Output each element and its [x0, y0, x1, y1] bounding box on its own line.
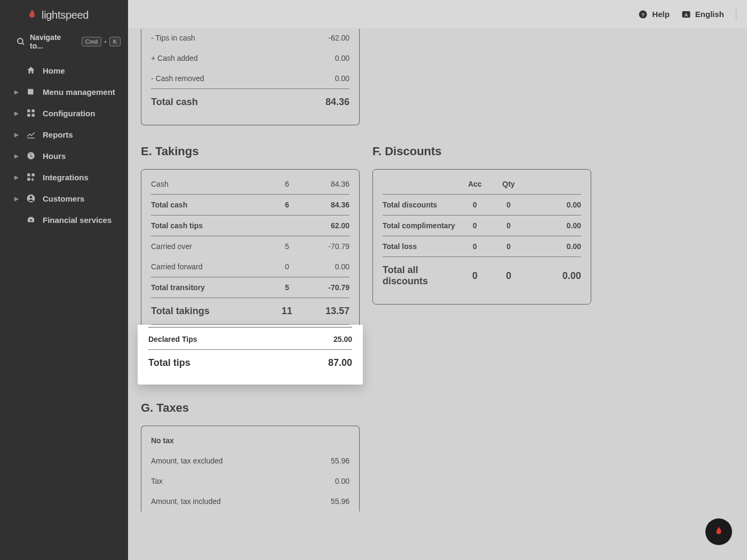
row-label: Total discounts: [383, 195, 458, 215]
sidebar-item-reports[interactable]: ▶ Reports: [0, 124, 128, 145]
row-qty: 6: [275, 174, 298, 195]
row-label: Total cash tips: [151, 215, 275, 236]
help-link[interactable]: ? Help: [638, 10, 670, 19]
row-label: Tax: [151, 471, 308, 491]
language-selector[interactable]: A English: [681, 10, 724, 19]
sidebar-item-configuration[interactable]: ▶ Configuration: [0, 102, 128, 124]
svg-text:A: A: [685, 12, 688, 17]
row-qty: 0: [492, 215, 526, 236]
row-acc: 0: [458, 257, 491, 295]
row-label: Total loss: [383, 236, 458, 257]
cash-card: - Tips in cash -62.00 + Cash added 0.00 …: [141, 29, 360, 125]
table-row: Carried forward 0 0.00: [151, 257, 349, 277]
table-row: No tax: [151, 430, 349, 451]
row-qty: 5: [275, 277, 298, 298]
sidebar: lightspeed Navigate to... Cmd + K ▶ Home…: [0, 0, 128, 560]
reports-icon: [26, 129, 36, 140]
sidebar-item-integrations[interactable]: ▶ Integrations: [0, 166, 128, 188]
integrations-icon: [26, 172, 36, 182]
row-label: Cash: [151, 174, 275, 195]
user-icon: [26, 193, 36, 204]
table-row-total: Total tips 87.00: [148, 349, 352, 376]
svg-rect-10: [27, 178, 30, 181]
row-acc: 0: [458, 215, 491, 236]
flame-icon: [26, 9, 38, 21]
svg-rect-4: [27, 114, 30, 117]
svg-point-12: [30, 196, 33, 198]
table-row: Tax 0.00: [151, 471, 349, 491]
row-label: Total cash: [151, 195, 275, 215]
support-fab[interactable]: [705, 518, 732, 545]
home-icon: [26, 65, 36, 76]
row-label: Carried over: [151, 236, 275, 257]
row-qty: 0: [275, 257, 298, 277]
sidebar-item-menu-management[interactable]: ▶ Menu management: [0, 81, 128, 102]
main: ? Help A English - Tips in cash -62.00: [128, 0, 747, 560]
svg-rect-3: [32, 109, 35, 112]
row-label: Declared Tips: [148, 327, 285, 349]
row-label: Carried forward: [151, 257, 275, 277]
navigate-label: Navigate to...: [30, 33, 76, 50]
table-row: Total complimentary 0 0 0.00: [383, 215, 581, 236]
sidebar-item-label: Customers: [43, 194, 84, 203]
taxes-card: No tax Amount, tax excluded 55.96 Tax 0.…: [141, 426, 360, 511]
row-value: 0.00: [526, 257, 581, 295]
table-row: Amount, tax excluded 55.96: [151, 451, 349, 471]
row-value: 62.00: [298, 215, 349, 236]
table-row: Total loss 0 0 0.00: [383, 236, 581, 257]
sidebar-item-financial-services[interactable]: ▶ Financial services: [0, 209, 128, 230]
kbd-cmd: Cmd: [82, 37, 101, 46]
svg-rect-14: [29, 217, 33, 218]
chevron-right-icon: ▶: [14, 153, 19, 159]
row-qty: 0: [492, 257, 526, 295]
table-header: Acc Qty: [383, 174, 581, 195]
row-label: Total tips: [148, 349, 285, 376]
row-qty: 11: [275, 298, 298, 325]
section-f-title: F. Discounts: [372, 145, 591, 158]
sidebar-item-label: Financial services: [43, 215, 112, 225]
chevron-right-icon: ▶: [14, 174, 19, 180]
navigate-trigger[interactable]: Navigate to... Cmd + K: [0, 28, 128, 58]
row-value: 84.36: [298, 174, 349, 195]
row-value: -70.79: [298, 236, 349, 257]
grid-icon: [26, 108, 36, 118]
table-row: Total cash 6 84.36: [151, 195, 349, 215]
row-value: 0.00: [526, 236, 581, 257]
sidebar-item-home[interactable]: ▶ Home: [0, 60, 128, 81]
row-label: Total transitory: [151, 277, 275, 298]
row-value: 0.00: [288, 48, 349, 68]
table-row: Cash 6 84.36: [151, 174, 349, 195]
svg-point-0: [18, 38, 23, 44]
sidebar-item-label: Configuration: [43, 109, 95, 118]
col-qty-header: Qty: [492, 174, 526, 195]
menu-icon: [26, 86, 36, 97]
sidebar-item-customers[interactable]: ▶ Customers: [0, 188, 128, 209]
row-value: 55.96: [308, 491, 349, 511]
sidebar-item-label: Home: [43, 66, 65, 75]
kbd-k: K: [109, 37, 121, 46]
table-row: Total transitory 5 -70.79: [151, 277, 349, 298]
bank-icon: [26, 214, 36, 225]
svg-text:?: ?: [641, 11, 645, 17]
svg-point-15: [30, 219, 32, 221]
chevron-right-icon: ▶: [14, 196, 19, 202]
topbar-divider: [736, 9, 736, 20]
tips-highlight-card: Declared Tips 25.00 Total tips 87.00: [138, 325, 363, 385]
row-value: -62.00: [288, 29, 349, 48]
row-value: 0.00: [288, 68, 349, 89]
row-qty: [275, 215, 298, 236]
brand-logo[interactable]: lightspeed: [0, 4, 128, 28]
table-row: Carried over 5 -70.79: [151, 236, 349, 257]
sidebar-item-label: Integrations: [43, 173, 89, 182]
row-acc: 0: [458, 236, 491, 257]
table-row-total: Total all discounts 0 0 0.00: [383, 257, 581, 295]
sidebar-item-hours[interactable]: ▶ Hours: [0, 145, 128, 166]
row-value: 0.00: [308, 471, 349, 491]
row-value: 0.00: [298, 257, 349, 277]
row-value: 55.96: [308, 451, 349, 471]
topbar: ? Help A English: [128, 0, 747, 29]
svg-rect-9: [32, 173, 35, 176]
chevron-right-icon: ▶: [14, 89, 19, 95]
row-qty: 0: [492, 236, 526, 257]
svg-rect-2: [27, 109, 30, 112]
